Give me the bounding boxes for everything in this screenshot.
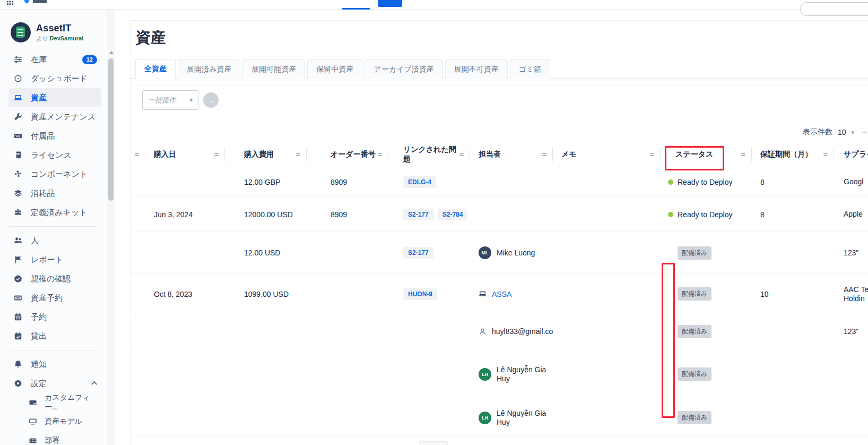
tab-deployed-assets[interactable]: 展開済み資産 — [178, 59, 240, 79]
tab-pending-assets[interactable]: 保留中資産 — [307, 59, 362, 79]
page-size-control[interactable]: 表示件数 10 ▾ — [759, 127, 854, 137]
tab-archived-assets[interactable]: アーカイブ済資産 — [364, 59, 442, 79]
sidebar-item-accessories[interactable]: 付属品 — [8, 126, 101, 146]
toolbar-overflow-icon[interactable] — [862, 132, 867, 133]
table-row[interactable]: 12.00 GBP 8909 EDLG-4 Ready to Deploy 8 … — [131, 167, 868, 197]
cell-linked-issues: EDLG-4 — [388, 167, 470, 196]
toolbox-icon — [14, 208, 22, 217]
assignee-name: Mike Luong — [497, 249, 535, 258]
cell-status: 配備済み — [661, 314, 752, 349]
bulk-action-select[interactable]: 一括操作 ▾ — [142, 90, 198, 110]
tab-deployable-assets[interactable]: 展開可能資産 — [242, 59, 305, 79]
create-button[interactable] — [378, 0, 402, 7]
topbar-search-input[interactable] — [800, 2, 868, 16]
asset-link[interactable]: ASSA — [492, 290, 511, 298]
cell-assignee — [470, 197, 553, 232]
sidebar-item-asset-models[interactable]: 資産モデル — [23, 412, 101, 431]
table-row[interactable]: LHLê Nguyễn Gia Huy 配備済み — [131, 349, 868, 399]
column-menu-icon[interactable]: = — [823, 150, 828, 159]
app-name: AssetIT — [36, 23, 83, 34]
column-menu-icon[interactable]: = — [135, 150, 139, 159]
sidebar-item-custom-fields[interactable]: カスタムフィー... — [23, 393, 101, 412]
app-switcher-icon[interactable] — [6, 0, 14, 5]
sidebar-item-inventory[interactable]: 在庫 12 — [8, 50, 101, 69]
asset-tabs: 全資産 展開済み資産 展開可能資産 保留中資産 アーカイブ済資産 展開不可資産 … — [131, 59, 868, 79]
column-menu-icon[interactable]: = — [296, 150, 300, 159]
sidebar-item-departments[interactable]: 部署 — [23, 431, 101, 445]
status-badge: 配備済み — [678, 287, 711, 301]
table-header-row: = 購入日= 購入費用= オーダー番号= リンクされた問題= 担当者= メモ= … — [131, 142, 868, 167]
column-menu-icon[interactable]: = — [650, 150, 654, 159]
person-icon — [479, 328, 487, 336]
cell-status: Ready to Deploy — [661, 197, 752, 232]
column-menu-icon[interactable]: = — [214, 150, 219, 159]
sidebar-item-licenses[interactable]: ライセンス — [8, 146, 101, 165]
issue-link[interactable]: S2-177 — [403, 247, 433, 259]
tab-undeployable-assets[interactable]: 展開不可資産 — [445, 59, 508, 79]
cell-warranty — [752, 349, 834, 399]
cell-purchase-date — [145, 314, 225, 349]
gear-icon — [14, 379, 22, 388]
scrollbar-up-arrow-icon[interactable] — [109, 51, 114, 54]
column-header-purchase-date: 購入日= — [145, 142, 225, 167]
cell-purchase-cost: 12.00 USD — [225, 232, 307, 273]
column-menu-icon[interactable]: = — [459, 150, 464, 159]
sidebar-item-checkout[interactable]: 貸出 — [8, 327, 101, 346]
sliders-icon — [14, 55, 22, 64]
status-badge: 配備済み — [678, 367, 711, 381]
page-size-value[interactable]: 10 — [838, 128, 846, 136]
sidebar-item-notifications[interactable]: 通知 — [8, 355, 101, 374]
table-row[interactable]: LHLê Nguyễn Gia Huy 配備済み — [131, 399, 868, 437]
sidebar-scrollbar-thumb[interactable] — [108, 58, 114, 201]
issue-link[interactable]: HUON-9 — [403, 288, 437, 300]
cell-purchase-date — [145, 349, 225, 399]
issue-link[interactable]: S2-177 — [403, 209, 433, 220]
sidebar-item-custody-check[interactable]: 親権の確認 — [8, 269, 101, 288]
assignee-name: Lê Nguyễn Gia Huy — [497, 409, 546, 427]
sidebar-item-reservations[interactable]: 予約 — [8, 307, 101, 327]
chevron-up-icon[interactable] — [91, 381, 97, 387]
app-byline: より DevSamurai — [36, 35, 83, 42]
sidebar-item-assets[interactable]: 資産 — [8, 88, 101, 107]
cell-order-number: 8909 — [307, 167, 388, 196]
arrow-right-icon: → — [207, 96, 215, 105]
sidebar-item-consumables[interactable]: 消耗品 — [8, 184, 101, 203]
cell-assignee: LHLê Nguyễn Gia Huy — [470, 399, 553, 436]
cell-status: 配備済み — [661, 399, 752, 436]
sidebar-item-reports[interactable]: レポート — [8, 250, 101, 269]
bulk-action-apply-button[interactable]: → — [203, 92, 219, 108]
column-menu-icon[interactable]: = — [542, 150, 546, 159]
issue-link[interactable]: EDLG-4 — [403, 176, 436, 188]
table-row[interactable]: Jun 3, 2024 12000.00 USD 8909 S2-177S2-7… — [131, 197, 868, 232]
issue-link[interactable]: S2-784 — [438, 209, 468, 220]
column-menu-icon[interactable]: = — [378, 150, 382, 159]
jira-logo-icon[interactable] — [23, 0, 30, 5]
sidebar-divider — [10, 350, 97, 350]
table-row[interactable]: Oct 8, 2023 1099.00 USD HUON-9 ASSA 配備済み… — [131, 274, 868, 314]
sidebar-item-asset-maintenance[interactable]: 資産メンテナンス — [8, 107, 101, 126]
sidebar-item-predefined-kits[interactable]: 定義済みキット — [8, 203, 101, 222]
cell-supplier: AAC Te Holdin — [834, 274, 868, 314]
column-menu-icon[interactable]: = — [741, 150, 745, 159]
column-header-warranty: 保証期間（月）= — [752, 142, 834, 167]
sidebar-item-asset-reservation[interactable]: 資産予約 — [8, 288, 101, 307]
active-nav-underline — [342, 8, 370, 10]
sidebar: AssetIT より DevSamurai 在庫 12 ダッシュボード 資産 資… — [0, 10, 107, 445]
sidebar-item-people[interactable]: 人 — [8, 231, 101, 250]
tab-trash[interactable]: ゴミ箱 — [510, 59, 551, 79]
cell-assignee: LHLê Nguyễn Gia Huy — [470, 349, 553, 399]
cell-order-number — [307, 232, 388, 273]
sidebar-item-dashboard[interactable]: ダッシュボード — [8, 69, 101, 88]
cell-memo — [553, 274, 661, 314]
sidebar-item-settings[interactable]: 設定 — [8, 374, 101, 393]
tab-all-assets[interactable]: 全資産 — [135, 59, 176, 79]
cell-linked-issues: S2-177S2-784 — [388, 197, 470, 232]
column-header-linked-issues: リンクされた問題= — [388, 142, 470, 167]
avatar: LH — [479, 368, 491, 381]
column-header-status: ステータス= — [661, 142, 752, 167]
table-row[interactable]: huyl833@gmail.con 配備済み 123" — [131, 314, 868, 349]
cell-warranty: 8 — [752, 197, 834, 232]
table-row[interactable]: 12.00 USD S2-177 MLMike Luong 配備済み 123" — [131, 232, 868, 274]
sidebar-item-components[interactable]: コンポーネント — [8, 165, 101, 184]
cell-status: 配備済み — [661, 232, 752, 273]
